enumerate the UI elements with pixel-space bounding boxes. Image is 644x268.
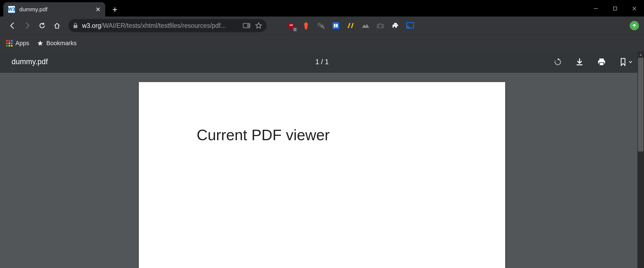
lock-icon (73, 23, 78, 29)
pdf-page: Current PDF viewer (139, 82, 505, 268)
bookmarks-label: Bookmarks (46, 40, 77, 47)
grey-s-extension-icon[interactable]: s (317, 21, 325, 30)
bookmarks-shortcut[interactable]: Bookmarks (37, 40, 77, 47)
titlebar: W3 dummy.pdf (0, 0, 644, 17)
back-button[interactable] (6, 19, 19, 32)
svg-rect-15 (599, 63, 604, 65)
url-path: /WAI/ER/tests/xhtml/testfiles/resources/… (101, 22, 226, 29)
camera-extension-icon[interactable] (376, 21, 385, 30)
svg-text:uo: uo (289, 23, 293, 26)
star-icon (37, 40, 44, 47)
brave-extension-icon[interactable] (302, 21, 310, 30)
pdf-heading: Current PDF viewer (197, 126, 447, 144)
reader-extension-icon[interactable] (332, 21, 340, 30)
navigation-bar: w3.org/WAI/ER/tests/xhtml/testfiles/reso… (0, 17, 644, 35)
window-minimize-button[interactable] (586, 2, 605, 15)
pdf-viewport[interactable]: Current PDF viewer (0, 73, 644, 268)
forward-button[interactable] (21, 19, 34, 32)
window-close-button[interactable] (625, 2, 644, 15)
apps-label: Apps (15, 40, 29, 47)
home-button[interactable] (51, 19, 63, 32)
scroll-up-arrow[interactable]: ▲ (637, 51, 644, 58)
cast-icon[interactable] (406, 21, 414, 30)
install-app-icon[interactable] (243, 23, 250, 29)
apps-grid-icon (6, 40, 13, 47)
w3-favicon: W3 (8, 6, 15, 13)
svg-rect-1 (74, 25, 77, 28)
mountain-extension-icon[interactable] (361, 21, 370, 30)
chevron-down-icon (629, 61, 632, 63)
url-text: w3.org/WAI/ER/tests/xhtml/testfiles/reso… (82, 22, 226, 29)
scroll-thumb[interactable] (638, 58, 643, 151)
new-tab-button[interactable] (108, 3, 122, 17)
browser-tab[interactable]: W3 dummy.pdf (3, 2, 105, 17)
bookmark-dropdown-button[interactable] (620, 58, 632, 66)
window-maximize-button[interactable] (605, 2, 625, 15)
vertical-scrollbar[interactable]: ▲ (637, 51, 644, 268)
tab-title: dummy.pdf (19, 6, 95, 13)
tab-close-button[interactable] (95, 6, 101, 13)
svg-rect-11 (379, 23, 381, 25)
extensions-area: uo 1 s (287, 21, 414, 30)
svg-rect-8 (332, 22, 339, 29)
url-host: w3.org (82, 22, 101, 29)
reload-button[interactable] (36, 19, 48, 32)
extension-badge: 1 (293, 28, 297, 31)
window-controls (586, 0, 644, 17)
rotate-button[interactable] (554, 58, 562, 66)
svg-rect-13 (599, 58, 604, 60)
svg-point-10 (379, 25, 382, 28)
print-button[interactable] (597, 58, 606, 66)
pdf-filename: dummy.pdf (12, 58, 48, 66)
svg-rect-0 (613, 7, 617, 10)
profile-avatar[interactable] (630, 21, 639, 30)
bookmark-star-icon[interactable] (255, 22, 262, 29)
apps-shortcut[interactable]: Apps (6, 40, 29, 47)
ublock-extension-icon[interactable]: uo 1 (287, 21, 295, 30)
address-bar[interactable]: w3.org/WAI/ER/tests/xhtml/testfiles/reso… (68, 19, 267, 32)
bookmarks-bar: Apps Bookmarks (0, 35, 644, 51)
svg-text:s: s (323, 26, 324, 29)
extensions-puzzle-icon[interactable] (391, 21, 399, 30)
pdf-page-indicator[interactable]: 1 / 1 (315, 58, 329, 66)
svg-rect-3 (248, 25, 249, 27)
yellow-stripes-extension-icon[interactable] (347, 21, 355, 30)
pdf-toolbar: dummy.pdf 1 / 1 (0, 51, 644, 73)
download-button[interactable] (576, 58, 583, 66)
